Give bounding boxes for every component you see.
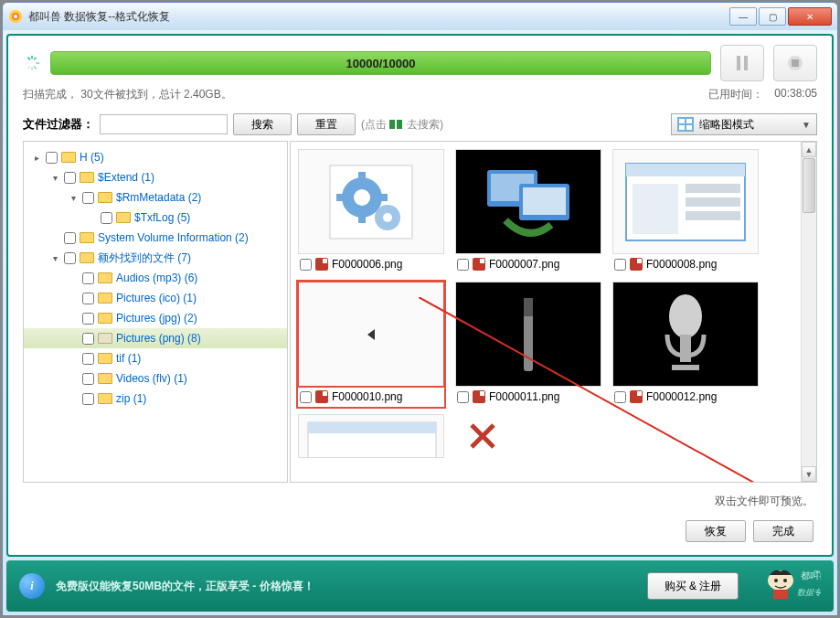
expand-toggle[interactable]: ▾	[68, 193, 79, 203]
svg-rect-3	[737, 56, 740, 70]
tree-item[interactable]: Audios (mp3) (6)	[24, 268, 287, 288]
folder-icon	[61, 152, 76, 163]
thumbnail-preview[interactable]	[298, 149, 444, 254]
footer-text: 免费版仅能恢复50MB的文件，正版享受 - 价格惊喜！	[56, 579, 314, 594]
thumbnail-checkbox[interactable]	[614, 391, 626, 403]
filter-input[interactable]	[100, 114, 228, 134]
tree-item[interactable]: ▸H (5)	[24, 147, 287, 167]
thumbnail-checkbox[interactable]	[457, 391, 469, 403]
folder-tree[interactable]: ▸H (5)▾$Extend (1)▾$RmMetadata (2)$TxfLo…	[23, 141, 288, 483]
svg-rect-6	[792, 59, 799, 67]
thumbnail-item-partial[interactable]	[455, 414, 510, 458]
thumbnail-item[interactable]: F0000010.png	[298, 282, 444, 407]
tree-item[interactable]: $TxfLog (5)	[24, 208, 287, 228]
app-window: 都叫兽 数据恢复--格式化恢复 — ▢ ✕ 10000/10000	[2, 2, 838, 616]
tree-label: 额外找到的文件 (7)	[98, 250, 191, 266]
thumbnail-checkbox[interactable]	[300, 391, 312, 403]
thumbnail-preview[interactable]	[455, 282, 601, 387]
svg-point-22	[383, 213, 392, 222]
thumbnail-item[interactable]: F0000012.png	[612, 282, 759, 407]
progress-row: 10000/10000	[23, 45, 817, 81]
progress-text: 10000/10000	[346, 57, 416, 70]
tree-checkbox[interactable]	[82, 373, 94, 385]
svg-point-50	[783, 579, 787, 582]
thumbnail-item[interactable]: F0000008.png	[612, 149, 759, 274]
svg-rect-17	[358, 172, 366, 181]
folder-icon	[98, 293, 112, 304]
tree-item[interactable]: Pictures (jpg) (2)	[24, 308, 287, 328]
thumbnail-checkbox[interactable]	[457, 259, 469, 271]
svg-rect-10	[679, 119, 685, 123]
tree-item[interactable]: tif (1)	[24, 348, 287, 368]
minimize-button[interactable]: —	[729, 7, 757, 26]
tree-checkbox[interactable]	[82, 192, 94, 204]
folder-icon	[98, 393, 112, 404]
thumbnail-item[interactable]: F0000006.png	[298, 149, 444, 274]
thumbnail-preview[interactable]	[612, 149, 759, 254]
thumbnail-item-partial[interactable]	[298, 414, 444, 458]
svg-rect-32	[686, 197, 740, 207]
thumbnail-preview[interactable]	[455, 149, 601, 254]
done-button[interactable]: 完成	[753, 520, 813, 542]
tree-item[interactable]: Videos (flv) (1)	[24, 368, 287, 389]
progress-bar: 10000/10000	[50, 51, 711, 75]
tree-item[interactable]: zip (1)	[24, 389, 287, 409]
folder-icon	[98, 373, 112, 384]
svg-text:™: ™	[813, 570, 820, 576]
tree-checkbox[interactable]	[82, 353, 94, 365]
maximize-button[interactable]: ▢	[759, 7, 786, 26]
folder-icon	[98, 333, 112, 344]
tree-item[interactable]: ▾$Extend (1)	[24, 167, 287, 187]
scroll-down-button[interactable]: ▼	[802, 466, 816, 482]
tree-item[interactable]: ▾$RmMetadata (2)	[24, 187, 287, 208]
tree-item[interactable]: Pictures (png) (8)	[24, 328, 287, 348]
tree-label: $Extend (1)	[98, 171, 154, 184]
stop-button[interactable]	[773, 45, 817, 81]
scroll-thumb[interactable]	[803, 158, 815, 213]
tree-item[interactable]: System Volume Information (2)	[24, 228, 287, 248]
elapsed-value: 00:38:05	[774, 87, 817, 102]
brand-mascot: 都叫兽 ™ 数据专家	[757, 566, 821, 606]
tree-checkbox[interactable]	[46, 152, 58, 164]
close-button[interactable]: ✕	[788, 7, 832, 26]
thumbnail-preview[interactable]	[298, 282, 444, 387]
scroll-up-button[interactable]: ▲	[802, 142, 816, 157]
tree-checkbox[interactable]	[82, 293, 94, 304]
tree-checkbox[interactable]	[64, 232, 76, 244]
thumbnail-item[interactable]: F0000011.png	[455, 282, 601, 407]
thumbnail-preview[interactable]	[612, 282, 759, 387]
tree-checkbox[interactable]	[64, 252, 76, 264]
thumbnail-checkbox[interactable]	[300, 259, 312, 271]
svg-marker-34	[367, 329, 375, 340]
view-mode-dropdown[interactable]: 缩略图模式 ▼	[671, 113, 817, 135]
pause-button[interactable]	[720, 45, 764, 81]
thumbnail-item[interactable]: F0000007.png	[455, 149, 601, 274]
buy-register-button[interactable]: 购买 & 注册	[647, 572, 739, 600]
tree-checkbox[interactable]	[82, 272, 94, 284]
search-button[interactable]: 搜索	[233, 113, 292, 135]
tree-item[interactable]: Pictures (ico) (1)	[24, 288, 287, 308]
window-title: 都叫兽 数据恢复--格式化恢复	[28, 9, 729, 25]
reset-button[interactable]: 重置	[297, 113, 356, 135]
tree-checkbox[interactable]	[82, 313, 94, 325]
tree-item[interactable]: ▾额外找到的文件 (7)	[24, 248, 287, 268]
top-panel: 10000/10000 扫描完成， 30文件被找到，总计 2.40GB。 已用时…	[8, 36, 832, 108]
tree-checkbox[interactable]	[82, 393, 94, 405]
elapsed-label: 已用时间：	[708, 87, 763, 102]
svg-rect-4	[744, 56, 748, 70]
file-icon	[630, 390, 643, 403]
expand-toggle[interactable]: ▸	[31, 153, 42, 163]
scrollbar[interactable]: ▲ ▼	[801, 142, 816, 482]
battery-icon	[389, 119, 404, 130]
expand-toggle[interactable]: ▾	[49, 173, 60, 183]
folder-icon	[80, 172, 94, 183]
thumbnail-checkbox[interactable]	[614, 259, 626, 271]
tree-checkbox[interactable]	[64, 172, 76, 184]
expand-toggle[interactable]: ▾	[49, 253, 60, 263]
tree-checkbox[interactable]	[101, 212, 112, 224]
svg-rect-41	[672, 365, 699, 370]
search-hint: (点击 去搜索)	[361, 117, 443, 133]
svg-rect-27	[523, 187, 566, 215]
recover-button[interactable]: 恢复	[686, 520, 746, 542]
tree-checkbox[interactable]	[82, 333, 94, 345]
